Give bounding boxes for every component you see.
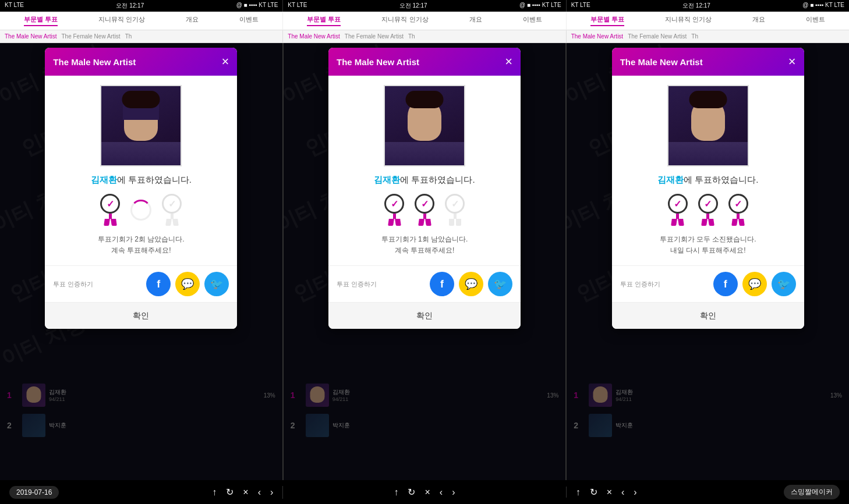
share-label-3: 투표 인증하기 — [620, 280, 660, 289]
share-buttons-3: f 💬 🐦 — [713, 272, 796, 296]
back-icon-1[interactable]: ‹ — [258, 487, 261, 498]
confirm-button-3[interactable]: 확인 — [700, 311, 716, 320]
close-icon-3[interactable]: × — [607, 487, 612, 498]
modal-body-2: 김재환에 투표하였습니다. ✓ — [328, 76, 521, 265]
modal-body-3: 김재환에 투표하였습니다. ✓ — [612, 76, 804, 265]
kakao-button-3[interactable]: 💬 — [742, 272, 767, 296]
forward-icon-2[interactable]: › — [452, 487, 455, 498]
tabs-bar-1: The Male New Artist The Female New Artis… — [0, 30, 283, 43]
vote-chances-2: ✓ ✓ — [338, 194, 511, 226]
share-section-3: 투표 인증하기 f 💬 🐦 — [612, 266, 804, 302]
nav-item-overview-2[interactable]: 개요 — [469, 15, 482, 26]
vote-status-3: 투표기회가 모두 소진됐습니다. 내일 다시 투표해주세요! — [621, 234, 795, 256]
time-3: 오전 12:17 — [682, 2, 710, 10]
confirm-button-2[interactable]: 확인 — [416, 311, 433, 320]
carrier-1: KT LTE — [5, 2, 24, 10]
forward-icon-3[interactable]: › — [634, 487, 636, 498]
modal-overlay-2: The Male New Artist × 김재환에 투표하였습니다. — [284, 43, 566, 480]
time-2: 오전 12:17 — [399, 2, 427, 10]
medal-filled-1: ✓ — [100, 194, 120, 226]
facebook-button-1[interactable]: f — [146, 272, 171, 296]
nav-item-event-3[interactable]: 이벤트 — [806, 15, 825, 26]
close-icon-2[interactable]: × — [424, 487, 430, 498]
nav-bar-3: 부문별 투표 지니뮤직 인기상 개요 이벤트 — [567, 12, 849, 30]
modal-overlay-3: The Male New Artist × 김재환에 투표하였습니다. — [567, 43, 849, 480]
nav-item-genie-1[interactable]: 지니뮤직 인기상 — [98, 15, 145, 26]
close-button-3[interactable]: × — [788, 55, 796, 68]
modal-header-2: The Male New Artist × — [328, 48, 521, 76]
modal-footer-2: 확인 — [328, 302, 521, 329]
tab-female-3[interactable]: The Female New Artist — [628, 33, 687, 40]
modal-header-1: The Male New Artist × — [45, 48, 237, 76]
back-icon-2[interactable]: ‹ — [440, 487, 443, 498]
tab-male-3[interactable]: The Male New Artist — [571, 33, 623, 40]
modal-header-3: The Male New Artist × — [612, 48, 804, 76]
share-label-2: 투표 인증하기 — [337, 280, 377, 289]
modal-2: The Male New Artist × 김재환에 투표하였습니다. — [328, 48, 521, 329]
modal-3: The Male New Artist × 김재환에 투표하였습니다. — [612, 48, 804, 329]
tab-female-2[interactable]: The Female New Artist — [345, 33, 404, 40]
nav-item-overview-1[interactable]: 개요 — [186, 15, 199, 26]
medal-empty-p2-3: ✓ — [445, 194, 465, 226]
carrier-2: KT LTE — [288, 2, 307, 10]
vote-chances-1: ✓ ✓ — [54, 194, 228, 226]
forward-icon-1[interactable]: › — [270, 487, 273, 498]
modal-title-3: The Male New Artist — [620, 57, 703, 67]
medal-empty-1: ✓ — [162, 194, 182, 226]
twitter-button-1[interactable]: 🐦 — [204, 272, 229, 296]
nav-item-overview-3[interactable]: 개요 — [752, 15, 765, 26]
up-icon-2[interactable]: ↑ — [394, 487, 398, 498]
share-buttons-2: f 💬 🐦 — [430, 272, 512, 296]
nav-item-event-2[interactable]: 이벤트 — [523, 15, 542, 26]
twitter-button-2[interactable]: 🐦 — [488, 272, 512, 296]
panel-3: 이티 치랑단 인티 차랑단 이티 치랑단 인티 차랑단 1 김재환 94/211… — [567, 43, 849, 480]
twitter-button-3[interactable]: 🐦 — [772, 272, 796, 296]
status-bar-2: KT LTE 오전 12:17 @ ■ ▪▪▪▪ KT LTE — [283, 0, 566, 12]
back-icon-3[interactable]: ‹ — [621, 487, 624, 498]
carrier-3: KT LTE — [571, 2, 590, 10]
bottom-bar-2: ↑ ↻ × ‹ › — [283, 487, 566, 498]
refresh-icon-1[interactable]: ↻ — [226, 487, 234, 498]
nav-icons-2: ↑ ↻ × ‹ › — [394, 487, 455, 498]
time-1: 오전 12:17 — [116, 2, 144, 10]
vote-chances-3: ✓ ✓ — [621, 194, 795, 226]
up-icon-3[interactable]: ↑ — [576, 487, 581, 498]
facebook-button-3[interactable]: f — [713, 272, 738, 296]
bottom-bar-3: ↑ ↻ × ‹ › 스밍짤메이커 — [567, 485, 849, 499]
medal-filled-p2-2: ✓ — [415, 194, 434, 226]
tab-more-1[interactable]: Th — [125, 33, 132, 40]
confirm-button-1[interactable]: 확인 — [133, 311, 149, 320]
nav-item-vote-3[interactable]: 부문별 투표 — [590, 15, 624, 26]
close-button-2[interactable]: × — [505, 55, 512, 68]
nav-item-genie-3[interactable]: 지니뮤직 인기상 — [665, 15, 712, 26]
nav-item-vote-1[interactable]: 부문별 투표 — [24, 15, 58, 26]
status-bar-3: KT LTE 오전 12:17 @ ■ ▪▪▪▪ KT LTE — [567, 0, 849, 12]
spinner-1 — [130, 200, 151, 221]
vote-status-1: 투표기회가 2회 남았습니다. 계속 투표해주세요! — [54, 234, 228, 256]
modal-title-2: The Male New Artist — [337, 57, 419, 67]
medal-filled-p3-1: ✓ — [668, 194, 688, 226]
kakao-button-2[interactable]: 💬 — [459, 272, 483, 296]
refresh-icon-3[interactable]: ↻ — [590, 487, 597, 498]
artist-image-2 — [384, 85, 465, 166]
kakao-button-1[interactable]: 💬 — [175, 272, 200, 296]
refresh-icon-2[interactable]: ↻ — [408, 487, 415, 498]
tab-more-3[interactable]: Th — [691, 33, 698, 40]
share-label-1: 투표 인증하기 — [53, 280, 93, 289]
tab-more-2[interactable]: Th — [408, 33, 415, 40]
nav-item-vote-2[interactable]: 부문별 투표 — [307, 15, 341, 26]
nav-item-event-1[interactable]: 이벤트 — [239, 15, 259, 26]
close-button-1[interactable]: × — [221, 55, 229, 68]
modal-body-1: 김재환에 투표하였습니다. ✓ — [45, 76, 237, 265]
facebook-button-2[interactable]: f — [430, 272, 454, 296]
tabs-bar-3: The Male New Artist The Female New Artis… — [567, 30, 849, 43]
tab-male-2[interactable]: The Male New Artist — [288, 33, 339, 40]
close-icon-1[interactable]: × — [243, 487, 248, 498]
nav-item-genie-2[interactable]: 지니뮤직 인기상 — [381, 15, 428, 26]
up-icon-1[interactable]: ↑ — [212, 487, 217, 498]
modal-title-1: The Male New Artist — [53, 57, 136, 67]
modal-footer-3: 확인 — [612, 302, 804, 329]
tab-female-1[interactable]: The Female New Artist — [61, 33, 120, 40]
tab-male-1[interactable]: The Male New Artist — [5, 33, 56, 40]
medal-filled-p3-2: ✓ — [698, 194, 718, 226]
